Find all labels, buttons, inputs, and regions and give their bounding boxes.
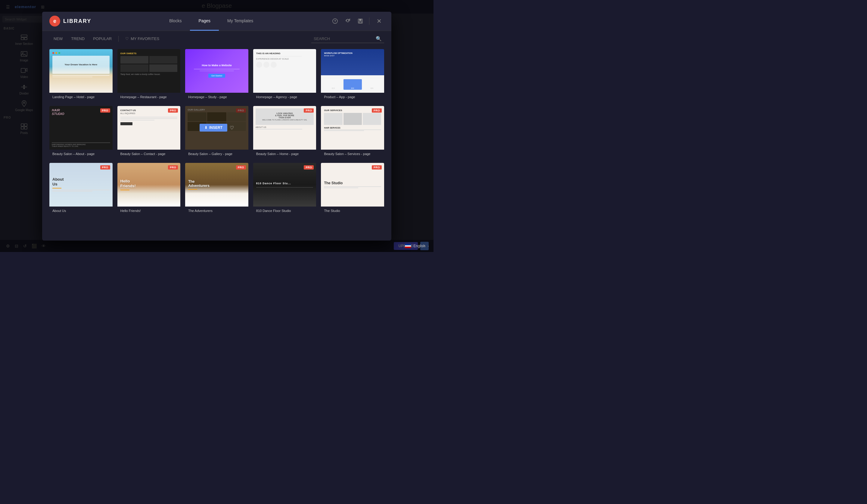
card-label-hello-friends: Hello Friends!: [117, 206, 181, 215]
template-card-product-app[interactable]: WORKFLOW OPTIMIZATION MADE EASY $19 $49: [321, 49, 384, 101]
card-thumb-study: How to Make a Website Get Started: [185, 49, 248, 93]
card-label-studio: The Studio: [321, 206, 384, 215]
card-label-hotel: Landing Page – Hotel - page: [50, 93, 113, 101]
pro-badge-about-us: PRO: [100, 165, 110, 170]
filter-trend[interactable]: TREND: [67, 35, 89, 43]
pro-badge-adventurers: PRO: [236, 165, 246, 170]
card-label-beauty-services: Beauty Salon – Services - page: [321, 150, 384, 158]
card-thumb-studio: PRO The Studio: [321, 163, 384, 206]
tab-my-templates[interactable]: My Templates: [219, 12, 261, 31]
template-card-about-us[interactable]: PRO AboutUs About Us: [50, 163, 113, 215]
card-label-study: Homepage – Study - page: [185, 93, 248, 101]
svg-rect-18: [359, 21, 362, 23]
logo-icon: e: [50, 16, 60, 26]
refresh-button[interactable]: [344, 17, 352, 25]
card-thumb-dance-floor: PRO 810 Dance Floor Stu...: [253, 163, 317, 206]
template-card-agency[interactable]: THIS IS AN HEADING EXPERIENCE DESIGN AT …: [253, 49, 317, 101]
card-thumb-beauty-contact: PRO CONTACT US ALL INQUIRIES: [117, 106, 181, 150]
svg-rect-17: [359, 19, 362, 21]
card-label-beauty-gallery: Beauty Salon – Gallery - page: [185, 150, 248, 158]
library-modal: e LIBRARY Blocks Pages My Templates ?: [42, 12, 392, 240]
template-card-adventurers[interactable]: PRO TheAdventurers The Adventurers: [185, 163, 248, 215]
card-thumb-beauty-home: PRO LOOK AMAZING& FEEL FAR MORETHAN EVER…: [253, 106, 317, 150]
favorite-button-gallery[interactable]: ♡: [230, 125, 234, 131]
card-label-product-app: Product – App - page: [321, 93, 384, 101]
filter-separator: [118, 36, 119, 42]
card-label-dance-floor: 810 Dance Floor Studio: [253, 206, 317, 215]
language-flag: [405, 244, 411, 248]
card-thumb-product-app: WORKFLOW OPTIMIZATION MADE EASY $19 $49: [321, 49, 384, 93]
search-box: 🔍: [311, 35, 384, 43]
card-label-beauty-contact: Beauty Salon – Contact - page: [117, 150, 181, 158]
card-thumb-beauty-services: PRO OUR SERVICES HAIR SERVICES: [321, 106, 384, 150]
card-thumb-beauty-gallery: PRO OUR GALLERY: [185, 106, 248, 150]
pro-badge-beauty-contact: PRO: [168, 108, 178, 112]
template-grid-container[interactable]: Your Dream Vacation Is Here Landing Page…: [42, 47, 392, 240]
card-thumb-hotel: Your Dream Vacation Is Here: [50, 49, 113, 93]
card-label-beauty-about: Beauty Salon – About - page: [50, 150, 113, 158]
download-icon: ⬇: [204, 126, 207, 130]
language-label: English: [413, 244, 425, 248]
tab-pages[interactable]: Pages: [190, 12, 219, 31]
template-grid: Your Dream Vacation Is Here Landing Page…: [50, 49, 384, 215]
card-thumb-hello-friends: PRO HelloFriends!: [117, 163, 181, 206]
library-title: LIBRARY: [63, 18, 91, 24]
card-label-beauty-home: Beauty Salon – Home - page: [253, 150, 317, 158]
library-logo: e LIBRARY: [50, 16, 91, 26]
language-bar[interactable]: English ›: [400, 240, 434, 252]
close-button[interactable]: ✕: [374, 16, 384, 26]
pro-badge-dance-floor: PRO: [304, 165, 314, 170]
template-card-beauty-home[interactable]: PRO LOOK AMAZING& FEEL FAR MORETHAN EVER…: [253, 106, 317, 158]
save-button[interactable]: [356, 17, 364, 25]
pro-badge-hello-friends: PRO: [168, 165, 178, 170]
insert-button[interactable]: ⬇ INSERT: [200, 124, 227, 131]
template-card-hello-friends[interactable]: PRO HelloFriends! Hello Friends!: [117, 163, 181, 215]
filter-new[interactable]: NEW: [50, 35, 67, 43]
template-card-beauty-services[interactable]: PRO OUR SERVICES HAIR SERVICES: [321, 106, 384, 158]
template-card-dance-floor[interactable]: PRO 810 Dance Floor Stu... 810 Dance Flo…: [253, 163, 317, 215]
modal-header-actions: ? ✕: [331, 16, 384, 26]
modal-header: e LIBRARY Blocks Pages My Templates ?: [42, 12, 392, 31]
card-label-about-us: About Us: [50, 206, 113, 215]
heart-icon: ♡: [125, 36, 129, 41]
template-card-restaurant[interactable]: OUR SWEETS Tasty food, we make a lovely …: [117, 49, 181, 101]
svg-text:?: ?: [334, 19, 336, 23]
library-overlay: e LIBRARY Blocks Pages My Templates ?: [0, 0, 434, 252]
header-divider: [369, 18, 370, 25]
favorites-button[interactable]: ♡ MY FAVORITES: [121, 35, 163, 43]
pro-badge-beauty-about: PRO: [100, 108, 110, 112]
template-search-input[interactable]: [314, 36, 374, 41]
card-thumb-beauty-about: PRO HAIRSTUDIO EMPOWERING WOMEN AND BRIN…: [50, 106, 113, 150]
pro-badge-beauty-services: PRO: [372, 108, 382, 112]
pro-badge-studio: PRO: [372, 165, 382, 170]
card-thumb-restaurant: OUR SWEETS Tasty food, we make a lovely …: [117, 49, 181, 93]
template-card-beauty-contact[interactable]: PRO CONTACT US ALL INQUIRIES Beauty Salo…: [117, 106, 181, 158]
card-thumb-about-us: PRO AboutUs: [50, 163, 113, 206]
help-button[interactable]: ?: [331, 17, 339, 25]
card-thumb-adventurers: PRO TheAdventurers: [185, 163, 248, 206]
filter-popular[interactable]: POPULAR: [89, 35, 116, 43]
template-card-hotel[interactable]: Your Dream Vacation Is Here Landing Page…: [50, 49, 113, 101]
template-card-study[interactable]: How to Make a Website Get Started Homepa…: [185, 49, 248, 101]
template-card-beauty-gallery[interactable]: PRO OUR GALLERY: [185, 106, 248, 158]
modal-tabs: Blocks Pages My Templates: [161, 12, 261, 31]
chevron-right-icon: ›: [428, 245, 429, 248]
template-card-studio[interactable]: PRO The Studio The Studio: [321, 163, 384, 215]
card-label-adventurers: The Adventurers: [185, 206, 248, 215]
filter-bar: NEW TREND POPULAR ♡ MY FAVORITES 🔍: [42, 31, 392, 47]
card-thumb-agency: THIS IS AN HEADING EXPERIENCE DESIGN AT …: [253, 49, 317, 93]
card-label-agency: Homepage – Agency - page: [253, 93, 317, 101]
pro-badge-beauty-home: PRO: [304, 108, 314, 112]
template-card-beauty-about[interactable]: PRO HAIRSTUDIO EMPOWERING WOMEN AND BRIN…: [50, 106, 113, 158]
card-label-restaurant: Homepage – Restaurant - page: [117, 93, 181, 101]
tab-blocks[interactable]: Blocks: [161, 12, 190, 31]
card-overlay-beauty-gallery: ⬇ INSERT ♡: [185, 106, 248, 150]
search-icon: 🔍: [376, 36, 382, 42]
